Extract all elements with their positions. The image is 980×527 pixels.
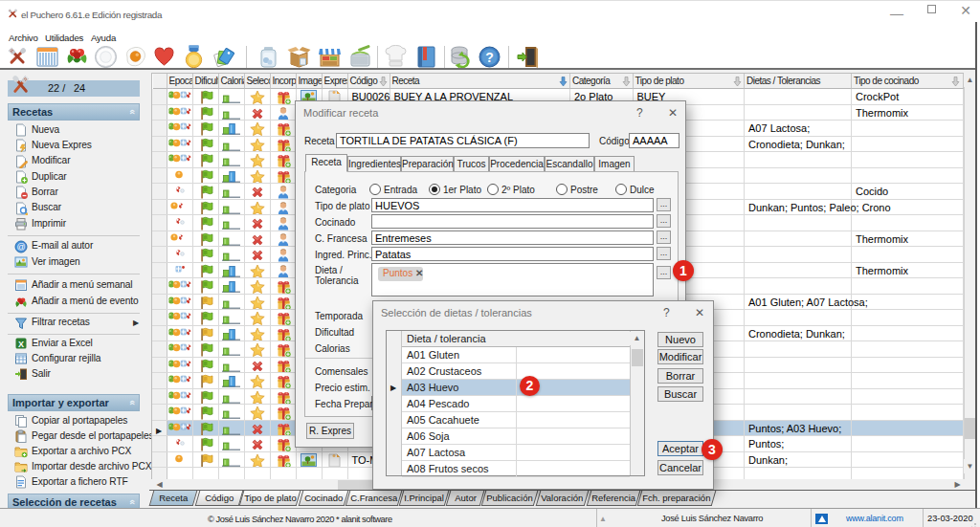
svg-text:@: @: [16, 242, 25, 252]
svg-text:?: ?: [485, 50, 494, 65]
svg-text:X: X: [18, 340, 24, 349]
